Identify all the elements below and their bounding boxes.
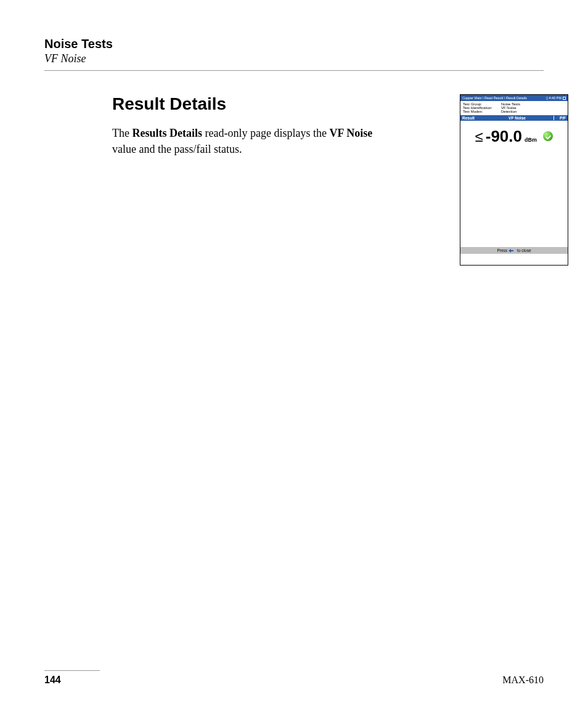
para-bold-1: Results Details [132,127,202,139]
page-footer: 144 MAX-610 [44,670,544,686]
back-arrow-icon [509,249,515,252]
result-header-right: P/F [553,116,566,120]
footer-text-post: to close [517,248,531,253]
result-unit: dBm [525,137,537,143]
para-text: value and the pass/fail status. [112,143,242,155]
result-value: ≤ -90.0 dBm [475,127,537,146]
footer-rule [44,670,100,671]
model-number: MAX-610 [502,675,544,686]
header-rule [44,70,544,71]
device-screenshot: Copper Main \ Read Result \ Result Detai… [460,94,568,266]
pass-icon [543,131,553,141]
device-spacer [460,254,568,265]
time-label: 4:40 PM [549,96,561,100]
para-bold-2: VF Noise [329,127,372,139]
para-text: The [112,127,132,139]
device-titlebar: Copper Main \ Read Result \ Result Detai… [460,95,568,101]
meta-label: Test Modes: [463,110,501,113]
section-subtitle: VF Noise [44,52,544,65]
page-number: 144 [44,675,61,686]
device-meta: Test Group: Noise Tests Test Identificat… [460,101,568,115]
breadcrumb: Copper Main \ Read Result \ Result Detai… [462,96,527,100]
lte-symbol: ≤ [475,128,483,145]
result-header-left: Result [462,116,481,120]
meta-row: Test Modes: Detection [463,110,565,113]
meta-value: Detection [501,110,517,113]
section-title: Noise Tests [44,37,544,51]
result-header-mid: VF Noise [481,116,553,120]
result-number: -90.0 [486,127,522,146]
device-footer: Press to close [460,247,568,254]
result-details-paragraph: The Results Details read-only page displ… [112,125,377,157]
footer-text-pre: Press [497,248,507,253]
device-result-header: Result VF Noise P/F [460,115,568,121]
device-result-body: ≤ -90.0 dBm [460,121,568,247]
battery-icon [563,97,566,100]
signal-icon: ▯ [546,96,548,100]
para-text: read-only page displays the [202,127,329,139]
